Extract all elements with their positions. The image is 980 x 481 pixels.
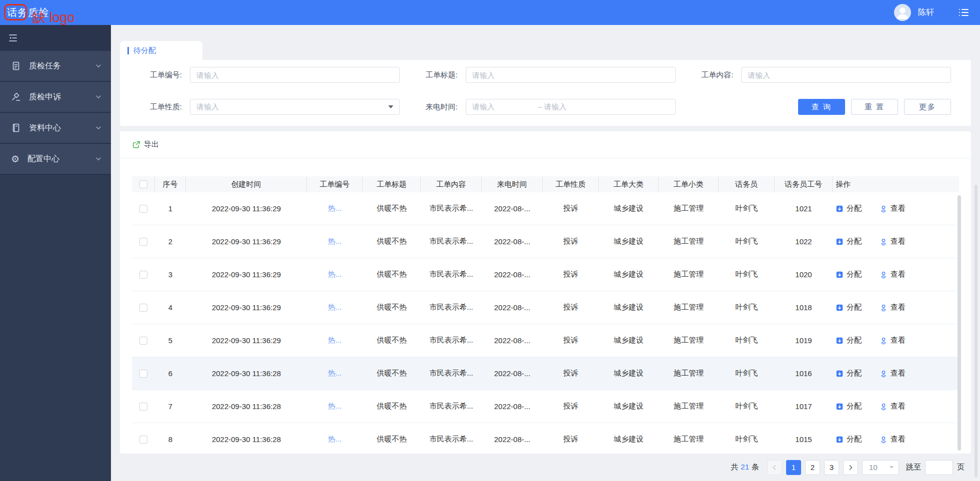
cell-title: 供暖不热 — [363, 390, 421, 423]
assign-button[interactable]: 分配 — [836, 369, 862, 378]
page-scrollbar[interactable] — [975, 185, 978, 477]
sidebar-item-quality-tasks[interactable]: 质检任务 — [0, 51, 111, 82]
more-button[interactable]: 更多 — [904, 99, 951, 115]
next-page-button[interactable] — [843, 460, 858, 475]
reset-button[interactable]: 重 置 — [851, 99, 898, 115]
sidebar-item-label: 配置中心 — [27, 154, 95, 164]
order-title-input[interactable] — [472, 71, 669, 79]
row-checkbox[interactable] — [139, 304, 147, 312]
order-no-input[interactable] — [196, 71, 393, 79]
cell-order-no-link[interactable]: 热... — [307, 291, 363, 324]
cell-nature: 投诉 — [543, 357, 599, 390]
app-header: 话务质检 陈轩 — [0, 0, 980, 25]
cell-created: 2022-09-30 11:36:29 — [186, 192, 307, 225]
cell-content: 市民表示希... — [421, 423, 482, 454]
cell-created: 2022-09-30 11:36:29 — [186, 324, 307, 357]
select-caret-icon — [890, 466, 894, 469]
order-nature-select[interactable]: 请输入 — [190, 99, 400, 115]
view-action-label: 查看 — [891, 270, 906, 279]
view-user-icon — [880, 205, 888, 213]
cell-major-category: 城乡建设 — [599, 192, 659, 225]
view-button[interactable]: 查看 — [880, 270, 906, 279]
collapse-menu-icon — [8, 33, 18, 42]
call-time-range-picker[interactable]: 请输入 ~ 请输入 — [466, 99, 676, 115]
cell-minor-category: 施工管理 — [659, 291, 719, 324]
cell-agent-id: 1016 — [775, 357, 833, 390]
cell-content: 市民表示希... — [421, 357, 482, 390]
export-button[interactable]: 导出 — [132, 140, 159, 149]
cell-minor-category: 施工管理 — [659, 225, 719, 258]
cell-order-no-link[interactable]: 热... — [307, 390, 363, 423]
prev-page-button[interactable] — [767, 460, 782, 475]
assign-button[interactable]: 分配 — [836, 336, 862, 345]
row-checkbox[interactable] — [139, 271, 147, 279]
cell-major-category: 城乡建设 — [599, 258, 659, 291]
chevron-left-icon — [772, 465, 778, 471]
row-checkbox[interactable] — [139, 436, 147, 444]
table-row: 3 2022-09-30 11:36:29 热... 供暖不热 市民表示希...… — [132, 258, 959, 291]
cell-call-time: 2022-08-... — [482, 291, 543, 324]
cell-order-no-link[interactable]: 热... — [307, 423, 363, 454]
cell-order-no-link[interactable]: 热... — [307, 225, 363, 258]
assign-button[interactable]: 分配 — [836, 435, 862, 444]
row-checkbox[interactable] — [139, 403, 147, 411]
jump-label: 跳至 — [906, 463, 921, 472]
cell-agent: 叶剑飞 — [719, 357, 775, 390]
page-button-1[interactable]: 1 — [786, 460, 801, 475]
table-scrollbar[interactable] — [958, 195, 961, 451]
export-label: 导出 — [144, 140, 159, 149]
row-checkbox[interactable] — [139, 238, 147, 246]
assign-action-label: 分配 — [847, 369, 862, 378]
assign-button[interactable]: 分配 — [836, 402, 862, 411]
view-button[interactable]: 查看 — [880, 303, 906, 312]
table-row: 7 2022-09-30 11:36:28 热... 供暖不热 市民表示希...… — [132, 390, 959, 423]
avatar[interactable] — [894, 4, 911, 21]
assign-action-label: 分配 — [847, 402, 862, 411]
search-button[interactable]: 查 询 — [798, 99, 845, 115]
assign-button[interactable]: 分配 — [836, 204, 862, 213]
field-label-order-title: 工单标题: — [408, 70, 458, 80]
col-operations: 操作 — [833, 176, 959, 192]
page-button-2[interactable]: 2 — [805, 460, 820, 475]
cell-major-category: 城乡建设 — [599, 291, 659, 324]
view-button[interactable]: 查看 — [880, 336, 906, 345]
assign-button[interactable]: 分配 — [836, 237, 862, 246]
view-button[interactable]: 查看 — [880, 402, 906, 411]
gear-icon: ⚙ — [11, 154, 19, 164]
sidebar-collapse-button[interactable] — [0, 25, 111, 51]
cell-order-no-link[interactable]: 热... — [307, 258, 363, 291]
cell-order-no-link[interactable]: 热... — [307, 324, 363, 357]
view-button[interactable]: 查看 — [880, 435, 906, 444]
page-size-select[interactable]: 10 — [862, 460, 899, 475]
cell-agent: 叶剑飞 — [719, 390, 775, 423]
cell-minor-category: 施工管理 — [659, 324, 719, 357]
cell-order-no-link[interactable]: 热... — [307, 357, 363, 390]
view-button[interactable]: 查看 — [880, 237, 906, 246]
cell-order-no-link[interactable]: 热... — [307, 192, 363, 225]
field-label-call-time: 来电时间: — [408, 102, 458, 112]
menu-list-icon[interactable] — [958, 7, 969, 17]
sidebar-item-quality-appeals[interactable]: 质检申诉 — [0, 82, 111, 113]
col-index: 序号 — [155, 176, 186, 192]
assign-action-label: 分配 — [847, 435, 862, 444]
row-checkbox[interactable] — [139, 205, 147, 213]
range-start-placeholder: 请输入 — [472, 102, 495, 112]
jump-page-input[interactable] — [925, 460, 953, 475]
row-checkbox[interactable] — [139, 337, 147, 345]
table-body: 1 2022-09-30 11:36:29 热... 供暖不热 市民表示希...… — [132, 192, 959, 454]
sidebar-item-config-center[interactable]: ⚙ 配置中心 — [0, 144, 111, 175]
select-all-checkbox[interactable] — [139, 180, 147, 188]
sidebar-item-label: 资料中心 — [29, 123, 95, 133]
view-button[interactable]: 查看 — [880, 369, 906, 378]
user-name[interactable]: 陈轩 — [918, 7, 934, 18]
view-action-label: 查看 — [891, 303, 906, 312]
assign-button[interactable]: 分配 — [836, 303, 862, 312]
cell-nature: 投诉 — [543, 324, 599, 357]
row-checkbox[interactable] — [139, 370, 147, 378]
view-button[interactable]: 查看 — [880, 204, 906, 213]
order-content-input[interactable] — [748, 71, 945, 79]
assign-button[interactable]: 分配 — [836, 270, 862, 279]
page-button-3[interactable]: 3 — [824, 460, 839, 475]
tab-pending-assignment[interactable]: 待分配 — [120, 41, 202, 60]
sidebar-item-data-center[interactable]: 资料中心 — [0, 113, 111, 144]
